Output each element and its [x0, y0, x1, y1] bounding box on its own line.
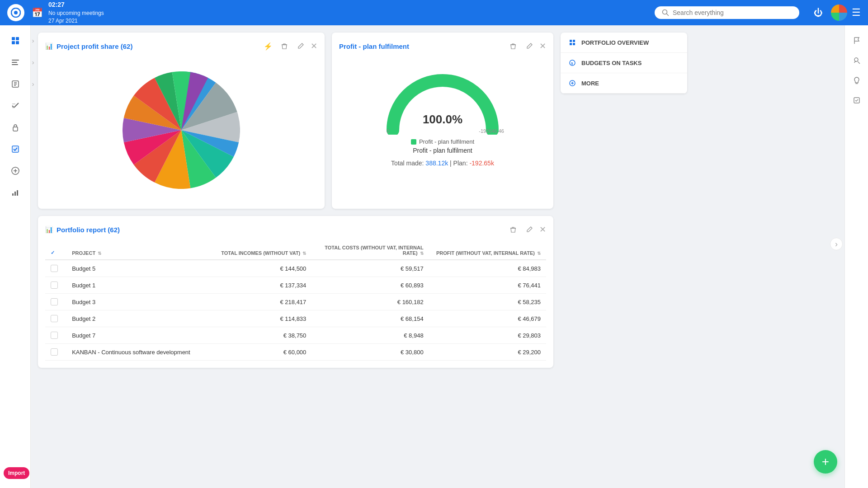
svg-point-37: [854, 58, 858, 61]
portfolio-edit-button[interactable]: [523, 223, 536, 236]
hamburger-menu[interactable]: ☰: [852, 7, 861, 19]
portfolio-close-button[interactable]: ✕: [539, 225, 546, 235]
user-avatar[interactable]: [831, 5, 847, 21]
row-profit: € 29,803: [429, 327, 546, 344]
portfolio-report-widget: 📊 Portfolio report (62) ✕ ✓: [38, 216, 553, 368]
col-header-incomes[interactable]: TOTAL INCOMES (WITHOUT VAT) ⇅: [216, 241, 311, 260]
row-project: Budget 7: [66, 327, 216, 344]
row-total-incomes: € 38,750: [216, 327, 311, 344]
sidebar-expand-arrow[interactable]: ›: [32, 37, 34, 44]
row-checkbox-cell[interactable]: [45, 277, 66, 294]
gauge-widget-title: Profit - plan fulfilment: [339, 42, 503, 50]
gauge-widget-actions: ✕: [507, 40, 546, 52]
sidebar-item-check[interactable]: [5, 139, 25, 159]
gauge-edit-button[interactable]: [523, 40, 536, 52]
pie-widget-header: 📊 Project profit share (62) ⚡ ✕: [45, 40, 317, 52]
checklist-icon-btn[interactable]: [849, 92, 865, 108]
portfolio-title: Portfolio report (62): [57, 226, 503, 234]
col-header-profit[interactable]: PROFIT (WITHOUT VAT, INTERNAL RATE) ⇅: [429, 241, 546, 260]
svg-text:$: $: [571, 61, 573, 66]
rp-portfolio-overview[interactable]: PORTFOLIO OVERVIEW: [561, 33, 687, 53]
gauge-total-label: Total made:: [391, 160, 424, 167]
fab-add-button[interactable]: +: [814, 450, 837, 474]
row-checkbox[interactable]: [51, 315, 58, 322]
rp-more[interactable]: MORE: [561, 73, 687, 94]
svg-rect-29: [573, 40, 575, 42]
current-date: 27 Apr 2021: [48, 17, 104, 25]
row-checkbox[interactable]: [51, 265, 58, 272]
sidebar-item-tree[interactable]: ›: [5, 52, 25, 72]
incomes-sort-icon: ⇅: [302, 251, 306, 256]
sidebar-item-lock[interactable]: [5, 117, 25, 137]
row-project: Budget 1: [66, 277, 216, 294]
svg-point-1: [14, 11, 18, 14]
expand-right-arrow[interactable]: ›: [830, 238, 843, 250]
row-checkbox-cell[interactable]: [45, 327, 66, 344]
col-header-check: ✓: [45, 241, 66, 260]
pie-close-button[interactable]: ✕: [311, 41, 317, 51]
topbar: 📅 02:27 No upcoming meetings 27 Apr 2021…: [0, 0, 868, 25]
gauge-legend: Profit - plan fulfilment: [411, 138, 474, 145]
sidebar-tasks-arrow[interactable]: ›: [32, 80, 34, 88]
row-total-incomes: € 137,334: [216, 277, 311, 294]
portfolio-delete-button[interactable]: [507, 223, 519, 236]
gauge-delete-button[interactable]: [507, 40, 519, 52]
sidebar-item-tasks[interactable]: ›: [5, 74, 25, 94]
rp-budgets-on-tasks[interactable]: $ BUDGETS ON TASKS: [561, 53, 687, 73]
row-profit: € 46,679: [429, 310, 546, 327]
row-checkbox[interactable]: [51, 282, 58, 289]
search-box[interactable]: [655, 6, 799, 19]
costs-sort-icon: ⇅: [420, 251, 424, 256]
row-project: Budget 5: [66, 260, 216, 277]
row-total-incomes: € 218,417: [216, 294, 311, 310]
pie-delete-button[interactable]: [278, 40, 291, 52]
pie-flash-button[interactable]: ⚡: [262, 40, 274, 52]
lightbulb-icon-btn[interactable]: [849, 72, 865, 89]
col-header-project[interactable]: PROJECT ⇅: [66, 241, 216, 260]
person-search-icon-btn[interactable]: [849, 52, 865, 69]
row-checkbox-cell[interactable]: [45, 344, 66, 361]
row-checkbox-cell[interactable]: [45, 310, 66, 327]
meeting-status: No upcoming meetings: [48, 9, 104, 17]
gauge-plan-label: Plan:: [453, 160, 468, 167]
row-checkbox-cell[interactable]: [45, 260, 66, 277]
table-row: Budget 7 € 38,750 € 8,948 € 29,803: [45, 327, 546, 344]
svg-rect-30: [570, 43, 572, 45]
pie-widget-actions: ⚡ ✕: [262, 40, 317, 52]
col-header-costs[interactable]: TOTAL COSTS (WITHOUT VAT, INTERNAL RATE)…: [311, 241, 429, 260]
calendar-icon[interactable]: 📅: [32, 7, 43, 18]
flag-icon-btn[interactable]: [849, 33, 865, 49]
portfolio-header: 📊 Portfolio report (62) ✕: [45, 223, 546, 236]
pie-edit-button[interactable]: [294, 40, 307, 52]
search-input[interactable]: [673, 9, 792, 16]
import-button[interactable]: Import: [4, 467, 29, 479]
app-logo[interactable]: [7, 4, 24, 21]
power-button[interactable]: ⏻: [810, 5, 826, 21]
table-row: Budget 1 € 137,334 € 60,893 € 76,441: [45, 277, 546, 294]
gauge-total-value: 388.12k: [425, 160, 448, 167]
sidebar-item-checklist[interactable]: [5, 96, 25, 116]
pie-chart-widget: 📊 Project profit share (62) ⚡ ✕: [38, 33, 325, 209]
row-checkbox[interactable]: [51, 298, 58, 305]
top-row: 📊 Project profit share (62) ⚡ ✕: [38, 33, 553, 209]
svg-rect-8: [12, 60, 19, 61]
svg-rect-23: [14, 192, 16, 196]
sidebar-item-chart[interactable]: [5, 183, 25, 202]
left-column: 📊 Project profit share (62) ⚡ ✕: [38, 33, 553, 481]
svg-rect-31: [573, 43, 575, 45]
svg-rect-7: [16, 41, 19, 44]
row-profit: € 84,983: [429, 260, 546, 277]
pie-chart-svg: [123, 71, 240, 189]
row-checkbox[interactable]: [51, 332, 58, 339]
sidebar-item-add-circle[interactable]: [5, 161, 25, 181]
sidebar-item-grid[interactable]: ›: [5, 31, 25, 51]
gauge-values: Total made: 388.12k | Plan: -192.65k: [391, 160, 494, 167]
pie-widget-title: Project profit share (62): [57, 42, 258, 50]
row-total-incomes: € 144,500: [216, 260, 311, 277]
row-checkbox[interactable]: [51, 348, 58, 356]
row-checkbox-cell[interactable]: [45, 294, 66, 310]
search-icon: [662, 9, 669, 16]
table-row: Budget 2 € 114,833 € 68,154 € 46,679: [45, 310, 546, 327]
sidebar-tree-arrow[interactable]: ›: [32, 59, 34, 66]
gauge-close-button[interactable]: ✕: [539, 41, 546, 51]
